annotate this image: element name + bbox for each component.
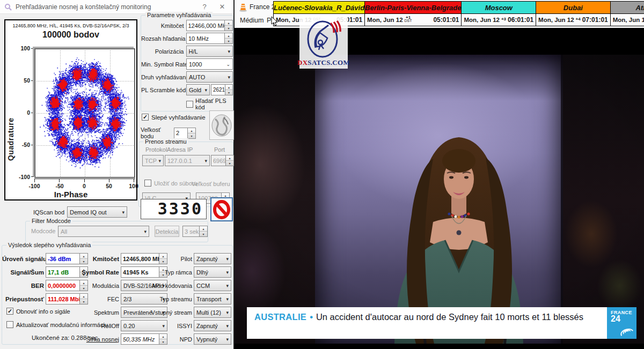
find-pls-label: Hľadať PLS kód — [195, 98, 233, 110]
frequency-spinner[interactable] — [225, 20, 233, 31]
dot-size-row: Veľkosť bodu 2 — [141, 127, 196, 139]
spin-down-icon[interactable] — [225, 90, 232, 95]
protocol-select[interactable]: TCP — [142, 155, 164, 166]
range-input[interactable]: 10 MHz — [186, 33, 225, 44]
video-picture[interactable]: AUSTRALIE•Un accident d'autocar au nord … — [235, 55, 644, 344]
spin-down-icon[interactable] — [200, 232, 207, 236]
input-stream-select[interactable]: Multi (12) — [194, 307, 231, 318]
clock-time-row: Mon, Jun 12 +1DST 05:01:01 — [365, 14, 461, 26]
spin-down-icon[interactable] — [225, 39, 232, 43]
iqscan-select[interactable]: Demod IQ out — [67, 206, 127, 218]
y-tick: -100 — [13, 174, 30, 180]
y-axis-label: Quadrature — [6, 118, 15, 161]
vlc-cone-icon — [239, 3, 247, 12]
buffer-label: Veľkosť buferu — [192, 181, 230, 187]
range-spinner[interactable] — [225, 33, 233, 44]
search-type-select[interactable]: AUTO — [186, 71, 233, 83]
refresh-info-checkbox[interactable] — [6, 308, 13, 315]
find-pls-checkbox[interactable] — [186, 101, 193, 108]
close-button[interactable]: ✕ — [215, 3, 229, 11]
range-row: Rozsah hľadania 10 MHz — [141, 33, 233, 44]
coding-mode-select[interactable]: CCM — [194, 280, 231, 291]
issyi-select[interactable]: Zapnutý — [194, 320, 231, 331]
globe-button[interactable] — [209, 110, 234, 140]
y-tick-mark — [31, 176, 34, 177]
clock-city: Dubai — [536, 2, 610, 14]
spin-up-icon[interactable] — [225, 20, 232, 26]
dxsatcs-logo: DXSATCS.COM — [299, 15, 348, 69]
clock-city: Berlin-Paris-Vienna-Belgrade — [365, 2, 461, 14]
clock-dubai: Dubai Mon, Jun 12 +4 07:01:01 — [536, 1, 611, 26]
save-file-checkbox[interactable] — [144, 180, 151, 187]
stop-button[interactable] — [210, 197, 233, 221]
spin-down-icon[interactable] — [188, 133, 195, 138]
clock-time: 06:01:01 — [508, 16, 533, 24]
pilot-label: Pilot — [146, 256, 192, 262]
dot-size-input[interactable]: 2 — [174, 128, 188, 139]
clock-athens: Athens Mon, Jun 12 +3 06:01:01 — [610, 1, 644, 26]
spin-down-icon[interactable] — [226, 161, 233, 166]
help-button[interactable]: ? — [197, 3, 211, 11]
blind-search-checkbox[interactable] — [142, 114, 149, 121]
clock-offset: +4 — [576, 18, 581, 21]
y-tick-mark — [31, 113, 34, 113]
pls-code-input[interactable]: 262140 — [211, 84, 225, 95]
polarization-select[interactable]: H/L — [186, 46, 233, 57]
interval-spinner[interactable] — [200, 226, 208, 237]
spin-up-icon[interactable] — [225, 85, 232, 90]
x-tick: 50 — [100, 183, 118, 189]
npd-select[interactable]: Vypnutý — [194, 333, 231, 345]
clock-city: Lučenec-Slovakia_R_Dávid — [274, 2, 364, 14]
dxsatcs-text: DXSATCS.COM — [297, 58, 350, 67]
clock-date: Mon, Jun 12 — [367, 17, 402, 23]
frame-type-select[interactable]: Dlhý — [194, 266, 231, 278]
dot-size-spinner[interactable] — [188, 128, 196, 139]
stop-icon — [213, 200, 230, 219]
pls-type-select[interactable]: Gold — [186, 84, 210, 95]
port-input[interactable]: 6969 — [211, 155, 226, 166]
iqscan-label: IQScan bod — [33, 209, 64, 216]
coding-mode-label: Mód kódovania — [146, 283, 192, 289]
france24-logo: FRANCE 24 — [607, 307, 636, 339]
clock-date: Mon, Jun 12 — [538, 17, 574, 23]
news-ticker: AUSTRALIE•Un accident d'autocar au nord … — [247, 307, 607, 339]
clock-offset: +1DST — [405, 16, 412, 23]
ip-label: Adresa IP — [167, 146, 193, 153]
min-symbolrate-combo[interactable]: 1000 — [186, 58, 233, 70]
blind-search-label: Slepé vyhľadávanie — [151, 114, 206, 121]
group-title: Prenos streamu — [143, 138, 188, 145]
x-axis-label: In-Phase — [5, 190, 136, 199]
npd-row: NPD Vypnutý — [146, 333, 231, 345]
interval-input[interactable]: 3 sek — [182, 226, 200, 237]
search-type-label: Druh vyhľadávania — [141, 74, 184, 80]
port-field: 6969 — [211, 155, 234, 166]
menu-medium[interactable]: Médium — [240, 17, 264, 24]
detect-button[interactable]: Detekcia — [155, 226, 179, 237]
pls-code-spinner[interactable] — [225, 84, 233, 95]
pilot-select[interactable]: Zapnutý — [194, 253, 231, 264]
spin-up-icon[interactable] — [188, 128, 195, 133]
vlc-window: France 24 HD Médium Prehrávanie Lučenec-… — [235, 0, 644, 349]
spin-up-icon[interactable] — [225, 33, 232, 39]
save-file-row: Uložiť do súboru — [144, 180, 197, 187]
frequency-label: Kmitočet — [141, 23, 184, 29]
port-spinner[interactable] — [226, 155, 234, 166]
carrier-monitor-window: Prehľadávanie nosnej a konštelačný monit… — [0, 0, 235, 349]
spin-up-icon[interactable] — [226, 155, 233, 161]
range-label: Rozsah hľadania — [141, 35, 184, 42]
clock-date: Mon, Jun 12 — [613, 17, 644, 23]
update-mod-checkbox[interactable] — [6, 321, 13, 328]
blind-search-results-group: Výsledok slepého vyhľadávania Úroveň sig… — [2, 245, 233, 345]
ip-select[interactable]: 127.0.0.1 — [165, 155, 210, 166]
refresh-info-row: Obnoviť info o sigále — [6, 308, 70, 315]
modcode-select[interactable]: All — [58, 226, 149, 237]
spin-up-icon[interactable] — [200, 226, 207, 232]
spin-down-icon[interactable] — [225, 26, 232, 31]
stream-type-select[interactable]: Transport — [194, 293, 231, 305]
clock-date: Mon, Jun 12 — [464, 17, 499, 23]
clock-offset: +3 — [501, 18, 506, 21]
issyi-label: ISSYI — [146, 323, 192, 329]
modcode-label: Modcode — [31, 228, 55, 234]
frequency-input[interactable]: 12466,000 MHz — [186, 20, 225, 31]
x-tick: 0 — [75, 183, 93, 189]
